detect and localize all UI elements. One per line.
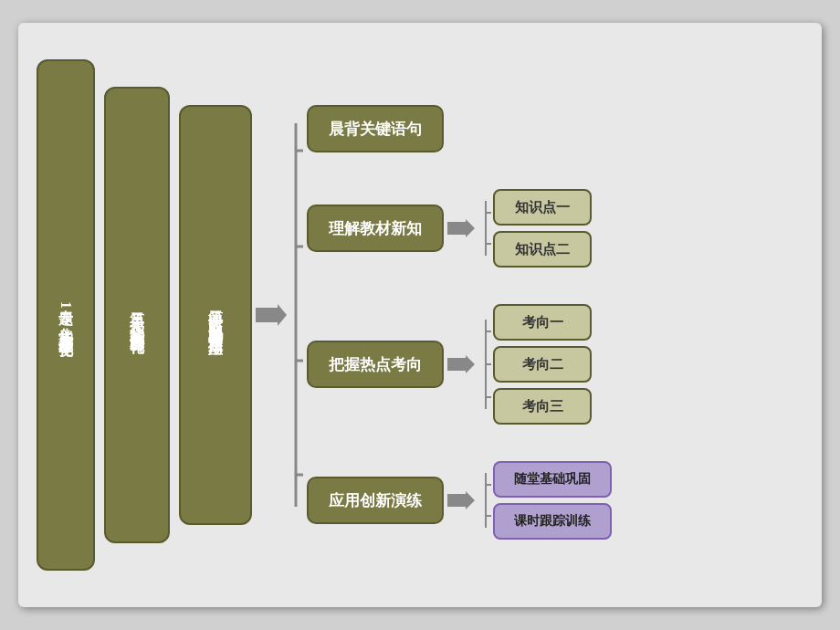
- row3-box: 把握热点考向: [307, 341, 444, 388]
- svg-marker-10: [447, 355, 475, 373]
- row3-bracket: [478, 315, 493, 414]
- svg-marker-0: [256, 304, 287, 326]
- slide: 专题1 化学反应与能量变化 第二单元 化学能与电能的转化 第二课时 电解池的工作…: [18, 23, 822, 607]
- sub-box-sd: 随堂基础巩固: [493, 461, 612, 498]
- row4-suboxes: 随堂基础巩固 课时跟踪训练: [493, 461, 612, 540]
- row3-arrow: [447, 355, 475, 373]
- col3-box: 第二课时 电解池的工作原理及应用: [179, 105, 252, 525]
- col1-box: 专题1 化学反应与能量变化: [37, 59, 95, 571]
- row-morning: 晨背关键语句: [307, 105, 612, 152]
- row4-box: 应用创新演练: [307, 477, 444, 524]
- sub-box-kx2: 考向二: [493, 346, 592, 383]
- row2-suboxes: 知识点一 知识点二: [493, 189, 592, 268]
- svg-marker-6: [447, 219, 475, 237]
- row4-arrow: [447, 491, 475, 509]
- row-kaoying: 把握热点考向 考向一: [307, 304, 612, 425]
- sub-box-kx1: 考向一: [493, 304, 592, 341]
- bracket-svg: [287, 96, 305, 534]
- main-arrow: [256, 105, 287, 525]
- col2-box: 第二单元 化学能与电能的转化: [104, 87, 170, 543]
- row2-box: 理解教材新知: [307, 205, 444, 252]
- sub-box-zsd2: 知识点二: [493, 231, 592, 268]
- row1-box: 晨背关键语句: [307, 105, 444, 152]
- row2-arrow: [447, 219, 475, 237]
- sub-box-kx3: 考向三: [493, 388, 592, 425]
- sub-box-gs: 课时跟踪训练: [493, 503, 612, 540]
- row3-suboxes: 考向一 考向二 考向三: [493, 304, 592, 425]
- row-understand: 理解教材新知 知识点一 知识点二: [307, 189, 612, 268]
- row2-bracket: [478, 196, 493, 260]
- row4-bracket: [478, 468, 493, 532]
- svg-marker-15: [447, 491, 475, 509]
- sub-box-zsd1: 知识点一: [493, 189, 592, 226]
- row-yingyong: 应用创新演练 随堂基础巩固 课时跟踪训练: [307, 461, 612, 540]
